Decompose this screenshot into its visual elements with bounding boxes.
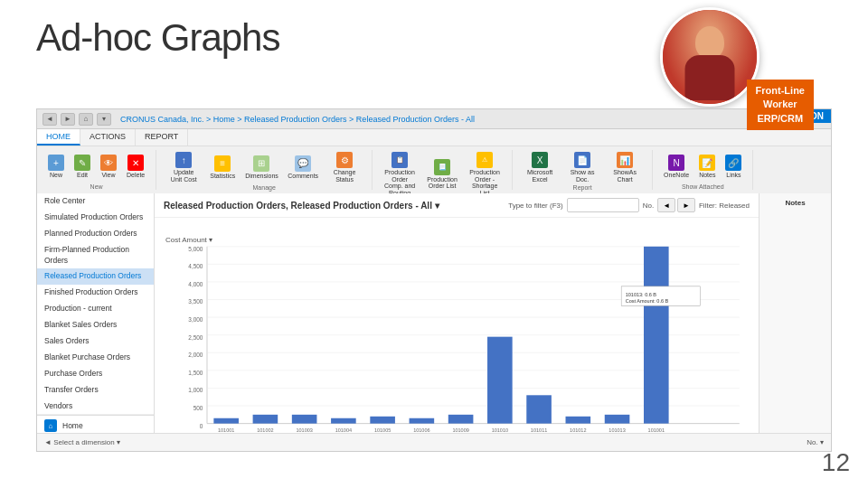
ribbon-tabs: HOME ACTIONS REPORT xyxy=(37,129,831,146)
svg-text:0: 0 xyxy=(200,422,203,428)
excel-icon: X xyxy=(532,152,548,168)
sidebar-item-released[interactable]: Released Production Orders xyxy=(37,268,154,285)
back-button[interactable]: ◄ xyxy=(42,113,57,126)
ribbon-group-new: + New ✎ Edit 👁 View ✕ Delete New xyxy=(44,150,156,190)
svg-text:101013: 0.6 B: 101013: 0.6 B xyxy=(626,291,656,296)
prod-order-list-icon: 📃 xyxy=(434,159,450,175)
show-as-chart-button[interactable]: 📊 ShowAs Chart xyxy=(605,150,645,184)
links-button[interactable]: 🔗 Links xyxy=(722,153,745,181)
sidebar-item-purchase[interactable]: Purchase Orders xyxy=(37,366,154,382)
comments-button[interactable]: 💬 Comments xyxy=(284,154,322,182)
view-button[interactable]: 👁 View xyxy=(97,153,120,181)
page-number: 12 xyxy=(822,448,850,477)
sidebar-item-vendors[interactable]: Vendors xyxy=(37,399,154,415)
chart-container: Cost Amount ▾ xyxy=(155,218,759,445)
sidebar-item-finished[interactable]: Finished Production Orders xyxy=(37,285,154,301)
svg-text:2,500: 2,500 xyxy=(188,333,203,340)
svg-rect-39 xyxy=(526,395,552,423)
svg-text:2,000: 2,000 xyxy=(188,352,203,358)
forward-button[interactable]: ► xyxy=(61,113,75,126)
update-cost-button[interactable]: ↑ Update Unit Cost xyxy=(164,150,203,184)
sidebar-item-role-center[interactable]: Role Center xyxy=(37,193,154,210)
onenote-icon: N xyxy=(668,155,684,171)
avatar-image xyxy=(663,10,757,104)
svg-rect-37 xyxy=(487,337,513,424)
ribbon-group-report: X Microsoft Excel 📄 Show as Doc. 📊 ShowA… xyxy=(520,150,653,190)
content-header: Released Production Orders, Released Pro… xyxy=(155,193,759,218)
edit-icon: ✎ xyxy=(74,155,90,171)
sidebar-item-simulated[interactable]: Simulated Production Orders xyxy=(37,210,154,226)
doc-icon: 📄 xyxy=(574,152,590,168)
stats-icon: ≡ xyxy=(214,155,231,172)
excel-button[interactable]: X Microsoft Excel xyxy=(520,150,560,184)
notes-button[interactable]: 📝 Notes xyxy=(695,153,719,181)
svg-rect-41 xyxy=(566,417,591,424)
sidebar-item-sales[interactable]: Sales Orders xyxy=(37,333,154,350)
sidebar-item-firm-planned[interactable]: Firm-Planned Production Orders xyxy=(37,242,154,269)
home-icon: ⌂ xyxy=(44,419,57,432)
svg-text:1,000: 1,000 xyxy=(188,387,203,393)
svg-rect-27 xyxy=(292,415,317,424)
statistics-button[interactable]: ≡ Statistics xyxy=(206,154,239,182)
ribbon-content: + New ✎ Edit 👁 View ✕ Delete New xyxy=(37,146,831,193)
notes-panel-title: Notes xyxy=(763,199,827,207)
svg-text:3,000: 3,000 xyxy=(188,316,203,323)
svg-text:Cost Amount: 0.6 B: Cost Amount: 0.6 B xyxy=(626,298,669,304)
search-nav-button[interactable]: ▾ xyxy=(97,113,111,126)
shortage-icon: ⚠ xyxy=(476,152,493,168)
comments-icon: 💬 xyxy=(295,155,311,172)
filter-input[interactable] xyxy=(567,198,639,212)
shortage-list-button[interactable]: ⚠ Production Order - Shortage List xyxy=(465,150,505,199)
content-title: Released Production Orders, Released Pro… xyxy=(164,201,501,211)
tab-home[interactable]: HOME xyxy=(37,129,80,145)
show-as-doc-button[interactable]: 📄 Show as Doc. xyxy=(562,150,602,184)
svg-text:3,500: 3,500 xyxy=(188,298,203,305)
sidebar-nav-section: Role Center Simulated Production Orders … xyxy=(37,193,154,415)
filter-area: Type to filter (F3) No. ◄ ► Filter: Rele… xyxy=(508,198,750,212)
role-badge: Front-Line Worker ERP/CRM xyxy=(747,80,814,130)
sidebar-item-planned[interactable]: Planned Production Orders xyxy=(37,226,154,242)
right-panel: Notes xyxy=(759,193,831,445)
ribbon-group-manage: ↑ Update Unit Cost ≡ Statistics ⊞ Dimens… xyxy=(164,150,373,190)
change-status-button[interactable]: ⚙ Change Status xyxy=(325,150,364,184)
sidebar-item-transfer[interactable]: Transfer Orders xyxy=(37,382,154,399)
main-layout: Role Center Simulated Production Orders … xyxy=(37,193,831,445)
home-nav-button[interactable]: ⌂ xyxy=(79,113,93,126)
breadcrumb: CRONUS Canada, Inc. > Home > Released Pr… xyxy=(120,115,475,124)
page-title: Ad-hoc Graphs xyxy=(36,16,279,60)
chart-bottom-toolbar: ◄ Select a dimension ▾ No. ▾ xyxy=(155,433,759,445)
prod-order-list-button[interactable]: 📃 Production Order List xyxy=(422,157,462,192)
y-axis-label: Cost Amount ▾ xyxy=(165,236,212,244)
prod-order-card-button[interactable]: 📋 Production Order Comp. and Routing xyxy=(380,150,420,199)
svg-rect-23 xyxy=(213,418,239,424)
no-label: No. xyxy=(643,202,654,210)
edit-button[interactable]: ✎ Edit xyxy=(71,153,94,181)
dimensions-icon: ⊞ xyxy=(253,155,269,172)
sidebar-item-blanket-sales[interactable]: Blanket Sales Orders xyxy=(37,317,154,333)
filter-label: Type to filter (F3) xyxy=(508,202,562,210)
new-button[interactable]: + New xyxy=(44,153,68,181)
filter-released-label: Filter: Released xyxy=(699,202,750,210)
filter-next[interactable]: ► xyxy=(677,198,695,212)
tab-actions[interactable]: ACTIONS xyxy=(80,129,136,145)
svg-text:4,000: 4,000 xyxy=(188,281,203,287)
svg-rect-33 xyxy=(410,418,435,424)
tab-report[interactable]: REPORT xyxy=(136,129,188,145)
svg-text:1,500: 1,500 xyxy=(188,370,203,376)
svg-rect-29 xyxy=(331,418,356,424)
delete-icon: ✕ xyxy=(127,155,144,171)
delete-button[interactable]: ✕ Delete xyxy=(123,153,148,181)
svg-text:500: 500 xyxy=(193,405,203,411)
content-area: Released Production Orders, Released Pro… xyxy=(155,193,759,445)
svg-text:4,500: 4,500 xyxy=(188,263,203,269)
filter-nav: ◄ ► xyxy=(657,198,695,212)
ribbon-group-prod-order: 📋 Production Order Comp. and Routing 📃 P… xyxy=(380,150,513,190)
filter-prev[interactable]: ◄ xyxy=(657,198,675,212)
onenote-button[interactable]: N OneNote xyxy=(660,153,693,181)
prod-order-card-icon: 📋 xyxy=(392,152,408,168)
dimensions-button[interactable]: ⊞ Dimensions xyxy=(241,154,281,182)
bar-chart: 0 500 1,000 1,500 2,000 2,500 3,000 3,50… xyxy=(165,238,748,445)
sidebar-item-blanket-purchase[interactable]: Blanket Purchase Orders xyxy=(37,350,154,366)
sidebar: Role Center Simulated Production Orders … xyxy=(37,193,155,445)
sidebar-item-prod-current[interactable]: Production - current xyxy=(37,301,154,317)
